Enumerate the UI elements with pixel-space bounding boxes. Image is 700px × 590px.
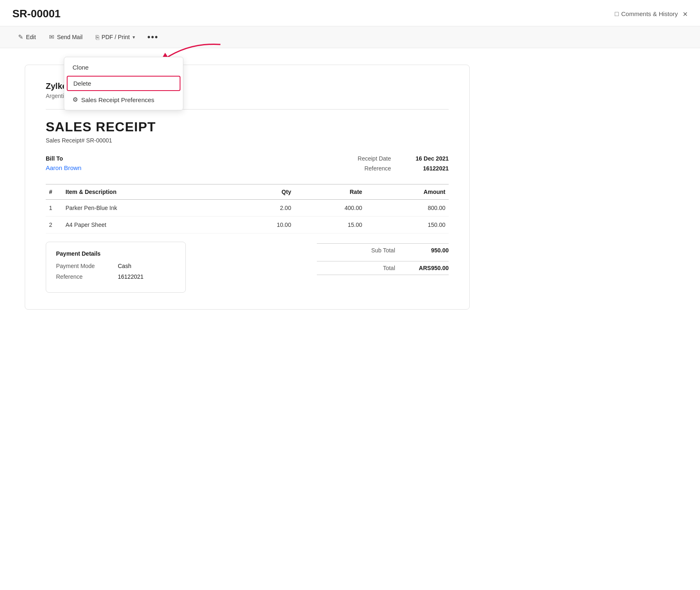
close-button[interactable]: × — [683, 10, 688, 18]
item-rate-2: 15.00 — [295, 217, 365, 233]
receipt-meta: Bill To Aaron Brown Receipt Date 16 Dec … — [46, 155, 449, 172]
col-qty: Qty — [233, 184, 295, 200]
receipt-dates: Receipt Date 16 Dec 2021 Reference 16122… — [346, 155, 449, 172]
send-mail-button[interactable]: ✉ Send Mail — [43, 30, 88, 44]
more-options-button[interactable]: ••• — [143, 31, 163, 43]
edit-button[interactable]: ✎ Edit — [12, 30, 42, 44]
reference-value: 16122021 — [407, 165, 449, 172]
send-mail-label: Send Mail — [57, 34, 82, 40]
clone-menu-item[interactable]: Clone — [64, 60, 183, 75]
mail-icon: ✉ — [49, 33, 54, 41]
payment-details-box: Payment Details Payment Mode Cash Refere… — [46, 242, 186, 293]
item-amount-2: 150.00 — [365, 217, 449, 233]
payment-details-title: Payment Details — [56, 250, 176, 257]
receipt-date-label: Receipt Date — [346, 155, 391, 162]
payment-mode-value: Cash — [118, 263, 131, 269]
item-num-2: 2 — [46, 217, 62, 233]
receipt-date-value: 16 Dec 2021 — [407, 155, 449, 162]
col-amount: Amount — [365, 184, 449, 200]
clone-label: Clone — [73, 64, 89, 71]
prefs-label: Sales Receipt Preferences — [81, 96, 155, 103]
payment-mode-label: Payment Mode — [56, 263, 105, 269]
totals-section: Sub Total 950.00 Total ARS950.00 — [317, 242, 449, 293]
receipt-title: SALES RECEIPT — [46, 119, 449, 135]
pdf-icon: ⎘ — [96, 34, 99, 41]
edit-label: Edit — [26, 34, 36, 40]
chevron-down-icon: ▼ — [132, 35, 136, 40]
subtotal-row: Sub Total 950.00 — [317, 243, 449, 257]
payment-mode-row: Payment Mode Cash — [56, 263, 176, 269]
toolbar: ✎ Edit ✉ Send Mail ⎘ PDF / Print ▼ ••• — [0, 26, 700, 48]
item-desc-2: A4 Paper Sheet — [62, 217, 233, 233]
col-item-description: Item & Description — [62, 184, 233, 200]
item-num-1: 1 — [46, 200, 62, 217]
table-header-row: # Item & Description Qty Rate Amount — [46, 184, 449, 200]
bill-to-name[interactable]: Aaron Brown — [46, 164, 128, 171]
bill-to-label: Bill To — [46, 155, 128, 162]
table-row: 1 Parker Pen-Blue Ink 2.00 400.00 800.00 — [46, 200, 449, 217]
page-title: SR-00001 — [12, 7, 61, 20]
payment-reference-value: 16122021 — [118, 273, 143, 280]
subtotal-label: Sub Total — [317, 247, 412, 254]
receipt-number: Sales Receipt# SR-00001 — [46, 137, 449, 144]
receipt-date-row: Receipt Date 16 Dec 2021 — [346, 155, 449, 162]
delete-menu-item[interactable]: Delete — [67, 76, 180, 91]
receipt-number-value: SR-00001 — [86, 137, 112, 144]
item-rate-1: 400.00 — [295, 200, 365, 217]
total-value: ARS950.00 — [412, 265, 449, 271]
items-table: # Item & Description Qty Rate Amount 1 P… — [46, 184, 449, 233]
comments-history-label: Comments & History — [621, 10, 678, 17]
sales-receipt-prefs-menu-item[interactable]: ⚙ Sales Receipt Preferences — [64, 92, 183, 107]
item-desc-1: Parker Pen-Blue Ink — [62, 200, 233, 217]
table-row: 2 A4 Paper Sheet 10.00 15.00 150.00 — [46, 217, 449, 233]
col-rate: Rate — [295, 184, 365, 200]
receipt-number-label: Sales Receipt# — [46, 137, 84, 144]
top-bar: SR-00001 □ Comments & History × — [0, 0, 700, 26]
comments-history-button[interactable]: □ Comments & History — [615, 10, 678, 18]
bottom-section: Payment Details Payment Mode Cash Refere… — [46, 242, 449, 293]
reference-row: Reference 16122021 — [346, 165, 449, 172]
delete-label: Delete — [73, 80, 91, 87]
item-qty-1: 2.00 — [233, 200, 295, 217]
top-bar-right: □ Comments & History × — [615, 10, 688, 18]
gear-icon: ⚙ — [73, 96, 78, 103]
payment-reference-row: Reference 16122021 — [56, 273, 176, 280]
pdf-print-button[interactable]: ⎘ PDF / Print ▼ — [90, 31, 141, 44]
col-hash: # — [46, 184, 62, 200]
edit-icon: ✎ — [18, 33, 23, 41]
pdf-print-label: PDF / Print — [101, 34, 129, 40]
item-amount-1: 800.00 — [365, 200, 449, 217]
dropdown-menu: Clone Delete ⚙ Sales Receipt Preferences — [64, 57, 183, 110]
payment-reference-label: Reference — [56, 273, 105, 280]
total-row: Total ARS950.00 — [317, 261, 449, 275]
subtotal-value: 950.00 — [412, 247, 449, 254]
total-label: Total — [317, 265, 412, 271]
reference-label: Reference — [346, 165, 391, 172]
bill-to-section: Bill To Aaron Brown — [46, 155, 128, 172]
item-qty-2: 10.00 — [233, 217, 295, 233]
comment-icon: □ — [615, 10, 619, 18]
